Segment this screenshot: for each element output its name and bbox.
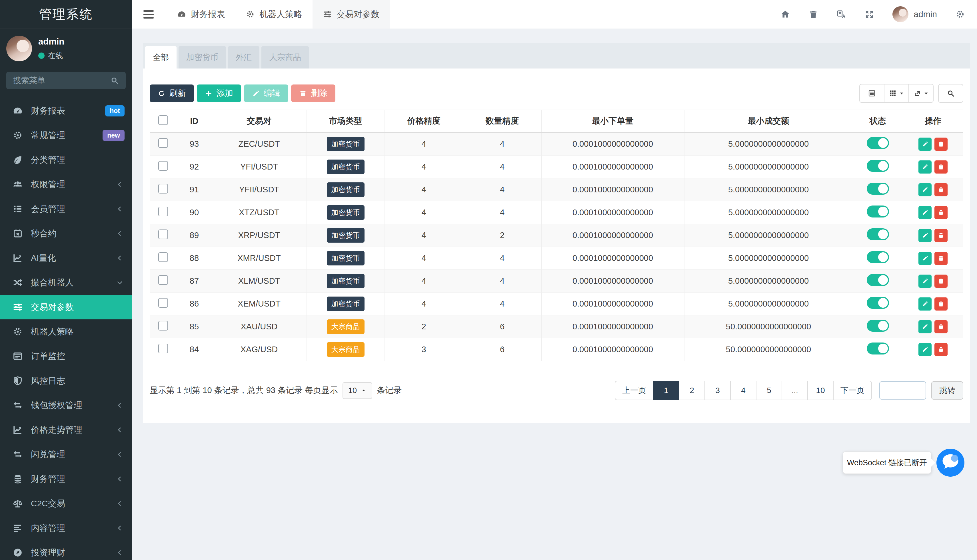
status-toggle[interactable] (867, 160, 889, 172)
sidebar-search-input[interactable]: 搜索菜单 (6, 72, 126, 89)
page-button[interactable]: 3 (704, 381, 731, 400)
sidebar-item-finance-manage[interactable]: 财务管理 (0, 467, 132, 491)
page-button[interactable]: 4 (730, 381, 756, 400)
row-checkbox[interactable] (158, 230, 168, 239)
row-delete-button[interactable] (934, 297, 948, 310)
row-delete-button[interactable] (934, 183, 948, 197)
sidebar-item-label: 交易对参数 (31, 302, 74, 313)
sidebar-item-match-robot[interactable]: 撮合机器人 (0, 270, 132, 295)
sidebar-item-price-trend[interactable]: 价格走势管理 (0, 418, 132, 442)
tab-加密货币[interactable]: 加密货币 (179, 46, 226, 68)
refresh-button[interactable]: 刷新 (150, 85, 194, 102)
row-edit-button[interactable] (918, 206, 932, 219)
delete-label: 删除 (311, 88, 327, 99)
navbar-tab-robot-strategy[interactable]: 机器人策略 (235, 0, 313, 28)
sidebar-item-general-manage[interactable]: 常规管理new (0, 123, 132, 148)
row-edit-button[interactable] (918, 320, 932, 333)
page-button[interactable]: 1 (653, 381, 679, 400)
sidebar-item-content-manage[interactable]: 内容管理 (0, 516, 132, 540)
columns-button[interactable] (884, 84, 909, 103)
sidebar-item-second-contract[interactable]: 秒合约 (0, 221, 132, 246)
row-edit-button[interactable] (918, 160, 932, 173)
tab-大宗商品[interactable]: 大宗商品 (261, 46, 309, 68)
navbar-tab-finance-report[interactable]: 财务报表 (167, 0, 235, 28)
tab-全部[interactable]: 全部 (145, 46, 177, 68)
row-delete-button[interactable] (934, 343, 948, 356)
trash-icon[interactable] (808, 9, 818, 19)
row-checkbox[interactable] (158, 298, 168, 308)
sidebar-item-order-monitor[interactable]: 订单监控 (0, 344, 132, 368)
status-toggle[interactable] (867, 297, 889, 309)
row-checkbox[interactable] (158, 161, 168, 171)
row-checkbox[interactable] (158, 184, 168, 193)
sidebar-item-finance-report[interactable]: 财务报表hot (0, 98, 132, 123)
row-checkbox[interactable] (158, 138, 168, 148)
chat-fab-icon[interactable] (937, 449, 964, 477)
sidebar-item-c2c-trade[interactable]: C2C交易 (0, 491, 132, 516)
bars-icon (13, 523, 23, 533)
sidebar-item-category-manage[interactable]: 分类管理 (0, 148, 132, 172)
row-edit-button[interactable] (918, 138, 932, 151)
select-all-checkbox[interactable] (158, 115, 168, 125)
page-size-select[interactable]: 10 (343, 382, 372, 399)
add-button[interactable]: 添加 (197, 85, 241, 102)
row-delete-button[interactable] (934, 138, 948, 151)
status-toggle[interactable] (867, 274, 889, 286)
hamburger-menu-icon[interactable] (144, 10, 154, 18)
sidebar-item-member-manage[interactable]: 会员管理 (0, 197, 132, 221)
page-button[interactable]: 5 (756, 381, 782, 400)
sidebar-item-ai-quant[interactable]: AI量化 (0, 246, 132, 270)
navbar-avatar[interactable] (892, 6, 908, 22)
row-edit-button[interactable] (918, 183, 932, 197)
search-toggle-button[interactable] (938, 84, 963, 103)
row-delete-button[interactable] (934, 320, 948, 333)
status-toggle[interactable] (867, 343, 889, 355)
tab-外汇[interactable]: 外汇 (228, 46, 259, 68)
row-checkbox[interactable] (158, 207, 168, 217)
sidebar-item-risk-log[interactable]: 风控日志 (0, 368, 132, 393)
navbar-tab-pair-params[interactable]: 交易对参数 (313, 0, 390, 28)
sidebar-item-robot-strategy[interactable]: 机器人策略 (0, 319, 132, 344)
jump-page-input[interactable] (879, 381, 926, 400)
row-delete-button[interactable] (934, 160, 948, 173)
cell-min-turnover: 5.0000000000000000 (684, 132, 853, 155)
paging-toggle-button[interactable] (859, 84, 885, 103)
delete-button[interactable]: 删除 (291, 85, 335, 102)
navbar-username[interactable]: admin (913, 9, 937, 19)
row-delete-button[interactable] (934, 275, 948, 288)
status-toggle[interactable] (867, 183, 889, 195)
jump-button[interactable]: 跳转 (931, 381, 963, 400)
row-delete-button[interactable] (934, 229, 948, 242)
sidebar-item-flash-exchange[interactable]: 闪兑管理 (0, 442, 132, 467)
row-edit-button[interactable] (918, 229, 932, 242)
status-toggle[interactable] (867, 205, 889, 217)
row-edit-button[interactable] (918, 343, 932, 356)
status-toggle[interactable] (867, 228, 889, 240)
row-edit-button[interactable] (918, 297, 932, 310)
translate-icon[interactable] (836, 9, 846, 19)
settings-gear-icon[interactable] (955, 9, 965, 19)
row-edit-button[interactable] (918, 275, 932, 288)
status-toggle[interactable] (867, 137, 889, 149)
status-toggle[interactable] (867, 251, 889, 263)
edit-button[interactable]: 编辑 (244, 85, 288, 102)
sidebar-item-pair-params[interactable]: 交易对参数 (0, 295, 132, 319)
row-checkbox[interactable] (158, 321, 168, 330)
sidebar-item-invest-manage[interactable]: 投资理财 (0, 540, 132, 560)
row-checkbox[interactable] (158, 343, 168, 353)
export-button[interactable] (908, 84, 934, 103)
row-edit-button[interactable] (918, 252, 932, 265)
row-checkbox[interactable] (158, 275, 168, 285)
page-button[interactable]: 10 (807, 381, 833, 400)
sidebar-item-wallet-auth[interactable]: 钱包授权管理 (0, 393, 132, 418)
next-page-button[interactable]: 下一页 (833, 381, 872, 400)
fullscreen-icon[interactable] (865, 9, 874, 19)
status-toggle[interactable] (867, 320, 889, 332)
row-delete-button[interactable] (934, 206, 948, 219)
row-checkbox[interactable] (158, 252, 168, 262)
row-delete-button[interactable] (934, 252, 948, 265)
prev-page-button[interactable]: 上一页 (615, 381, 654, 400)
home-icon[interactable] (780, 9, 790, 19)
sidebar-item-permission-manage[interactable]: 权限管理 (0, 172, 132, 197)
page-button[interactable]: 2 (679, 381, 705, 400)
